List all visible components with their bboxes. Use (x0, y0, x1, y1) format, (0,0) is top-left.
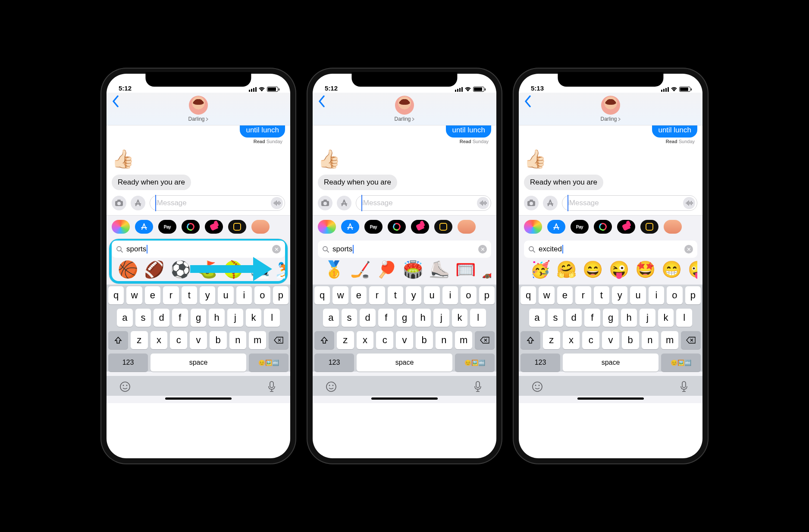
memoji-app-icon[interactable] (664, 220, 682, 234)
key-d[interactable]: d (360, 309, 376, 327)
key-o[interactable]: o (254, 286, 270, 304)
key-a[interactable]: a (117, 309, 133, 327)
audio-message-button[interactable] (683, 197, 695, 209)
key-y[interactable]: y (200, 286, 215, 304)
key-p[interactable]: p (685, 286, 701, 304)
key-shift[interactable] (108, 331, 128, 349)
key-g[interactable]: g (191, 309, 207, 327)
key-space[interactable]: space (563, 354, 658, 372)
message-input[interactable]: iMessage (356, 195, 491, 211)
received-emoji[interactable]: 👍🏻 (318, 148, 491, 169)
memoji-app-icon[interactable] (458, 220, 476, 234)
key-t[interactable]: t (594, 286, 609, 304)
message-thread[interactable]: until lunch Read Sunday 👍🏻 Ready when yo… (107, 125, 290, 190)
camera-button[interactable] (524, 196, 539, 210)
appstore-button[interactable] (543, 196, 558, 210)
message-thread[interactable]: until lunch Read Sunday 👍🏻 Ready when yo… (519, 125, 702, 190)
emoji-keyboard-button[interactable] (531, 380, 544, 393)
key-g[interactable]: g (603, 309, 619, 327)
emoji-result[interactable]: 🤩 (635, 261, 655, 278)
key-q[interactable]: q (314, 286, 330, 304)
appstore-button[interactable] (131, 196, 145, 210)
key-k[interactable]: k (658, 309, 674, 327)
contact-name[interactable]: Darling (600, 116, 621, 122)
key-delete[interactable] (269, 331, 288, 349)
applepay-app-icon[interactable]: Pay (158, 220, 176, 234)
clear-search-button[interactable]: ✕ (272, 245, 281, 253)
keyboard[interactable]: q w e r t y u i o p a s d f g h (107, 285, 290, 372)
key-i[interactable]: i (649, 286, 664, 304)
key-l[interactable]: l (470, 309, 486, 327)
key-r[interactable]: r (369, 286, 385, 304)
emoji-result[interactable]: 😜 (609, 261, 629, 278)
key-f[interactable]: f (584, 309, 600, 327)
key-e[interactable]: e (557, 286, 573, 304)
sticker-app-icon[interactable] (617, 220, 635, 234)
key-v[interactable]: v (396, 331, 413, 349)
key-shift[interactable] (521, 331, 540, 349)
memoji-app-icon[interactable] (251, 220, 270, 234)
key-w[interactable]: w (332, 286, 348, 304)
key-h[interactable]: h (209, 309, 225, 327)
emoji-result[interactable]: 🥅 (455, 261, 476, 278)
key-p[interactable]: p (273, 286, 288, 304)
emoji-result[interactable]: ⛸️ (429, 261, 449, 278)
key-e[interactable]: e (145, 286, 160, 304)
emoji-result[interactable]: 🏒 (350, 261, 370, 278)
emoji-search-input[interactable]: sports ✕ (112, 241, 285, 258)
audio-message-button[interactable] (271, 197, 283, 209)
key-m[interactable]: m (249, 331, 266, 349)
key-a[interactable]: a (529, 309, 545, 327)
key-t[interactable]: t (388, 286, 403, 304)
appstore-button[interactable] (337, 196, 351, 210)
key-delete[interactable] (681, 331, 701, 349)
key-h[interactable]: h (621, 309, 637, 327)
key-emoji-switch[interactable]: 😊🖼️​🔤 (661, 354, 701, 372)
photos-app-icon[interactable] (318, 220, 336, 234)
emoji-result[interactable]: 🏈 (144, 261, 164, 278)
key-f[interactable]: f (172, 309, 188, 327)
emoji-result[interactable]: 🏎️ (482, 261, 491, 278)
camera-button[interactable] (318, 196, 332, 210)
key-d[interactable]: d (154, 309, 169, 327)
emoji-result[interactable]: 🏟️ (403, 261, 423, 278)
emoji-result[interactable]: 🥇 (324, 261, 344, 278)
key-emoji-switch[interactable]: 😊🖼️​🔤 (249, 354, 288, 372)
contact-avatar[interactable] (395, 96, 414, 115)
key-g[interactable]: g (397, 309, 413, 327)
clips-app-icon[interactable] (228, 220, 246, 234)
key-123[interactable]: 123 (521, 354, 560, 372)
key-p[interactable]: p (479, 286, 495, 304)
emoji-result[interactable]: ⚽ (170, 261, 191, 278)
key-r[interactable]: r (575, 286, 591, 304)
key-t[interactable]: t (182, 286, 197, 304)
key-q[interactable]: q (108, 286, 124, 304)
key-c[interactable]: c (376, 331, 393, 349)
key-i[interactable]: i (236, 286, 252, 304)
key-x[interactable]: x (357, 331, 374, 349)
key-f[interactable]: f (378, 309, 394, 327)
clips-app-icon[interactable] (434, 220, 452, 234)
home-indicator[interactable] (371, 397, 437, 400)
key-i[interactable]: i (442, 286, 458, 304)
received-emoji[interactable]: 👍🏻 (112, 148, 285, 169)
key-d[interactable]: d (566, 309, 582, 327)
emoji-search-input[interactable]: excited ✕ (524, 241, 697, 258)
key-l[interactable]: l (264, 309, 280, 327)
clear-search-button[interactable]: ✕ (684, 245, 693, 253)
key-delete[interactable] (475, 331, 495, 349)
key-n[interactable]: n (642, 331, 659, 349)
emoji-keyboard-button[interactable] (325, 380, 338, 393)
emoji-search-input[interactable]: sports ✕ (318, 241, 491, 258)
key-w[interactable]: w (126, 286, 142, 304)
key-c[interactable]: c (582, 331, 599, 349)
emoji-results-row[interactable]: 🥇 🏒 🏓 🏟️ ⛸️ 🥅 🏎️ (318, 258, 491, 282)
key-y[interactable]: y (406, 286, 421, 304)
key-shift[interactable] (314, 331, 334, 349)
dictation-button[interactable] (471, 380, 484, 393)
emoji-result[interactable]: 🥳 (530, 261, 550, 278)
key-u[interactable]: u (218, 286, 233, 304)
key-z[interactable]: z (543, 331, 560, 349)
sticker-app-icon[interactable] (205, 220, 223, 234)
received-bubble[interactable]: Ready when you are (524, 175, 603, 190)
